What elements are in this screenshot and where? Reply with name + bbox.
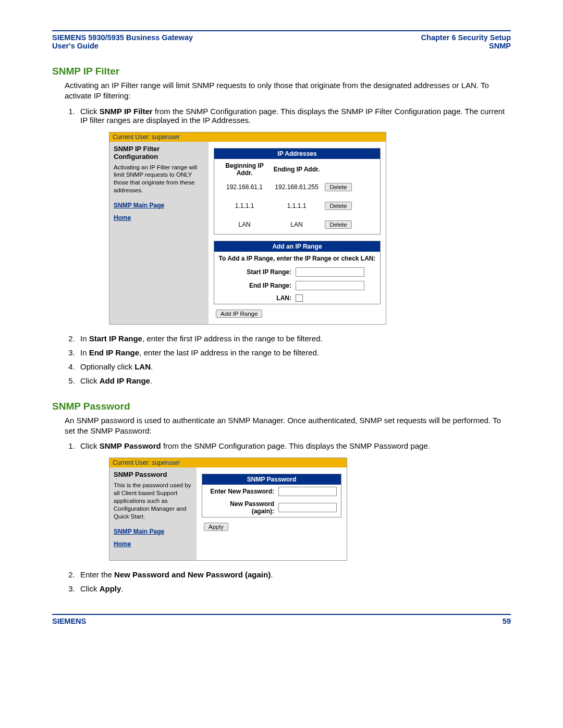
step-5: Click Add IP Range. (77, 376, 511, 385)
step-text: Optionally click (80, 362, 134, 371)
step-bold: Add IP Range (100, 376, 150, 385)
add-ip-range-button[interactable]: Add IP Range (216, 310, 262, 318)
step-text: Click (80, 441, 100, 450)
start-ip-label: Start IP Range: (218, 268, 296, 276)
ip-begin: 1.1.1.1 (218, 202, 271, 209)
delete-button[interactable]: Delete (325, 183, 351, 191)
step-4: Optionally click LAN. (77, 362, 511, 371)
apply-button[interactable]: Apply (204, 523, 228, 531)
sidebar-title: SNMP Password (114, 471, 192, 478)
col-begin: Beginning IP Addr. (218, 162, 271, 177)
step-bold: New Password and New Password (again) (114, 570, 271, 579)
step-1: Click SNMP IP Filter from the SNMP Confi… (77, 107, 511, 325)
add-ip-range-panel: Add an IP Range To Add a IP Range, enter… (214, 241, 381, 304)
col-end: Ending IP Addr. (271, 166, 323, 173)
snmp-password-panel: SNMP Password Enter New Password: New Pa… (202, 474, 341, 517)
ip-begin: LAN (218, 221, 271, 228)
screenshot-sidebar: SNMP Password This is the password used … (109, 467, 197, 560)
add-range-instr: To Add a IP Range, enter the IP Range or… (214, 252, 380, 265)
step-2-pwd: Enter the New Password and New Password … (77, 570, 511, 579)
ip-end: 1.1.1.1 (271, 202, 323, 209)
new-password-label: Enter New Password: (206, 488, 278, 495)
screenshot-ip-filter: Current User: superuser SNMP IP Filter C… (109, 132, 386, 325)
delete-button[interactable]: Delete (325, 220, 351, 229)
step-text: . (150, 376, 152, 385)
step-text: , enter the last IP address in the range… (139, 348, 319, 357)
header-guide: User's Guide (52, 42, 193, 50)
table-row: LAN LAN Delete (214, 215, 380, 234)
steps-list-2: Click SNMP Password from the SNMP Config… (65, 441, 511, 593)
link-snmp-main[interactable]: SNMP Main Page (114, 528, 192, 535)
step-bold: Start IP Range (89, 334, 142, 343)
header-topic: SNMP (421, 42, 511, 50)
ip-end: LAN (271, 221, 323, 228)
table-row: 192.168.61.1 192.168.61.255 Delete (214, 178, 380, 196)
new-password-input[interactable] (278, 487, 337, 496)
footer-brand: SIEMENS (52, 617, 86, 625)
sidebar-desc: Activating an IP Filter range will limit… (114, 164, 204, 195)
section-title-snmp-password: SNMP Password (52, 401, 511, 412)
step-bold: LAN (134, 362, 151, 371)
sidebar-desc: This is the password used by all Client … (114, 482, 192, 521)
table-row: 1.1.1.1 1.1.1.1 Delete (214, 196, 380, 215)
step-2: In Start IP Range, enter the first IP ad… (77, 334, 511, 343)
ip-end: 192.168.61.255 (271, 183, 323, 191)
link-snmp-main[interactable]: SNMP Main Page (114, 202, 204, 209)
step-text: In (80, 348, 89, 357)
link-home[interactable]: Home (114, 540, 192, 548)
step-text: . (151, 362, 153, 371)
end-ip-input[interactable] (296, 281, 364, 290)
delete-button[interactable]: Delete (325, 202, 351, 210)
ip-addresses-header: IP Addresses (214, 149, 380, 159)
steps-list-1: Click SNMP IP Filter from the SNMP Confi… (65, 107, 511, 385)
section-title-snmp-ip-filter: SNMP IP Filter (52, 66, 511, 77)
step-1-text: Click (80, 107, 100, 116)
header-product: SIEMENS 5930/5935 Business Gateway (52, 33, 193, 42)
link-home[interactable]: Home (114, 214, 204, 221)
step-3-pwd: Click Apply. (77, 584, 511, 593)
current-user-bar: Current User: superuser (109, 458, 347, 467)
step-text: . (121, 584, 123, 593)
screenshot-snmp-password: Current User: superuser SNMP Password Th… (109, 458, 347, 561)
intro-text: Activating an IP Filter range will limit… (65, 80, 511, 102)
step-text: Click (80, 584, 100, 593)
sidebar-title: SNMP IP Filter Configuration (114, 145, 204, 161)
page-header: SIEMENS 5930/5935 Business Gateway User'… (52, 33, 511, 50)
step-bold: Apply (100, 584, 121, 593)
step-bold: End IP Range (89, 348, 139, 357)
step-1-bold: SNMP IP Filter (100, 107, 153, 116)
screenshot-sidebar: SNMP IP Filter Configuration Activating … (109, 142, 209, 324)
current-user-bar: Current User: superuser (109, 132, 386, 142)
end-ip-label: End IP Range: (218, 282, 296, 289)
header-chapter: Chapter 6 Security Setup (421, 33, 511, 42)
ip-addresses-table: IP Addresses Beginning IP Addr. Ending I… (214, 148, 381, 235)
step-text: In (80, 334, 89, 343)
step-text: Enter the (80, 570, 114, 579)
step-bold: SNMP Password (100, 441, 161, 450)
new-password-again-input[interactable] (278, 503, 337, 512)
step-text: . (271, 570, 273, 579)
add-range-header: Add an IP Range (214, 241, 380, 252)
step-text: from the SNMP Configuration page. This d… (161, 441, 430, 450)
step-text: Click (80, 376, 100, 385)
ip-begin: 192.168.61.1 (218, 183, 271, 191)
lan-checkbox[interactable] (296, 294, 303, 302)
step-3: In End IP Range, enter the last IP addre… (77, 348, 511, 357)
new-password-again-label: New Password (again): (206, 500, 278, 515)
start-ip-input[interactable] (296, 267, 364, 277)
lan-label: LAN: (218, 294, 296, 302)
footer-page-number: 59 (503, 617, 511, 625)
snmp-password-header: SNMP Password (202, 474, 341, 485)
step-text: , enter the first IP address in the rang… (142, 334, 323, 343)
page-footer: SIEMENS 59 (52, 617, 511, 625)
step-1-pwd: Click SNMP Password from the SNMP Config… (77, 441, 511, 561)
intro-text-2: An SNMP password is used to authenticate… (65, 415, 511, 437)
